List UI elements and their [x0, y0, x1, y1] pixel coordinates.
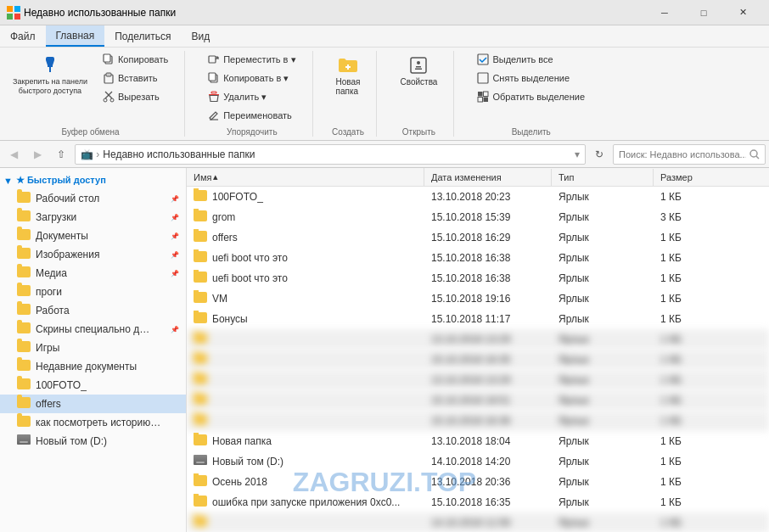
- menu-share[interactable]: Поделиться: [104, 25, 181, 47]
- file-size-cell: 1 КБ: [654, 474, 721, 490]
- file-icon: [194, 292, 207, 305]
- file-name-text: grom: [212, 211, 235, 223]
- search-box[interactable]: [613, 144, 766, 165]
- title-bar: Недавно использованные папки ─ □ ✕: [0, 0, 769, 25]
- pin-label: Закрепить на панелибыстрого доступа: [13, 77, 87, 96]
- sidebar-item-desktop[interactable]: Рабочий стол 📌: [0, 189, 186, 208]
- up-button[interactable]: ⇧: [51, 144, 71, 165]
- rename-label: Переименовать: [223, 110, 292, 120]
- file-name-cell: Новый том (D:): [187, 453, 424, 470]
- properties-button[interactable]: Свойства: [394, 51, 443, 91]
- search-input[interactable]: [619, 149, 746, 160]
- minimize-button[interactable]: ─: [645, 0, 684, 25]
- table-row[interactable]: uefi boot что это15.10.2018 16:38Ярлык1 …: [187, 248, 769, 268]
- table-row[interactable]: uefi boot что это15.10.2018 16:38Ярлык1 …: [187, 268, 769, 288]
- col-header-type[interactable]: Тип: [552, 169, 654, 186]
- file-name-text: uefi boot что это: [212, 252, 288, 264]
- copy-to-button[interactable]: Копировать в ▾: [202, 70, 295, 87]
- sidebar-item-recent-docs[interactable]: Недавние документы: [0, 357, 186, 376]
- forward-button[interactable]: ▶: [27, 144, 48, 165]
- svg-rect-13: [209, 56, 216, 63]
- table-row[interactable]: offers15.10.2018 16:29Ярлык1 КБ: [187, 227, 769, 248]
- downloads-label: Загрузки: [36, 211, 76, 223]
- pin-button[interactable]: Закрепить на панелибыстрого доступа: [7, 51, 93, 100]
- file-icon: [194, 353, 207, 367]
- file-name-text: 100FOTO_: [212, 191, 263, 203]
- sidebar-item-downloads[interactable]: Загрузки 📌: [0, 208, 186, 227]
- dropdown-arrow: ▾: [575, 148, 580, 160]
- file-name-cell: [187, 351, 424, 368]
- move-to-button[interactable]: Переместить в ▾: [202, 51, 301, 68]
- table-row[interactable]: ошибка при запуске приложения 0xc0...15.…: [187, 492, 769, 512]
- file-type-cell: Ярлык: [552, 515, 654, 530]
- invert-selection-button[interactable]: Обратить выделение: [471, 88, 591, 105]
- sidebar-header-quick-access[interactable]: ▼ ★ Быстрый доступ: [0, 171, 186, 189]
- pin-indicator-6: 📌: [171, 326, 179, 333]
- deselect-button[interactable]: Снять выделение: [471, 70, 575, 87]
- file-icon: [194, 312, 207, 326]
- table-row[interactable]: Осень 201813.10.2018 20:36Ярлык1 КБ: [187, 472, 769, 492]
- file-date-cell: 13.10.2018 20:23: [424, 189, 552, 204]
- table-row[interactable]: 15.10.2018 16:36Ярлык1 КБ: [187, 411, 769, 431]
- table-row[interactable]: grom15.10.2018 15:39Ярлык3 КБ: [187, 207, 769, 227]
- col-header-name[interactable]: Имя ▴: [187, 168, 424, 186]
- menu-file[interactable]: Файл: [0, 25, 46, 47]
- file-icon: [194, 272, 207, 285]
- back-button[interactable]: ◀: [3, 144, 24, 165]
- ribbon-buttons-clipboard: Закрепить на панелибыстрого доступа Копи…: [7, 51, 174, 124]
- copy-label: Копировать: [118, 54, 168, 64]
- menu-view[interactable]: Вид: [181, 25, 220, 47]
- ribbon-buttons-new: Новаяпапка: [330, 51, 367, 124]
- sidebar-item-drive-d[interactable]: Новый том (D:): [0, 432, 186, 451]
- maximize-button[interactable]: □: [684, 0, 723, 25]
- sidebar-item-work[interactable]: Работа: [0, 301, 186, 320]
- close-button[interactable]: ✕: [723, 0, 762, 25]
- ribbon-group-new: Новаяпапка Создать: [330, 51, 378, 137]
- address-path[interactable]: 📺 › Недавно использованные папки ▾: [75, 144, 586, 165]
- sidebar-item-screens[interactable]: Скрины специально для ... 📌: [0, 320, 186, 339]
- refresh-button[interactable]: ↻: [589, 144, 609, 165]
- file-type-cell: Ярлык: [552, 372, 654, 388]
- pin-indicator-2: 📌: [171, 214, 179, 221]
- new-folder-button[interactable]: Новаяпапка: [330, 51, 367, 100]
- sidebar-item-history[interactable]: как посмотреть историю на: [0, 413, 186, 432]
- sidebar-item-progi[interactable]: проги: [0, 283, 186, 301]
- col-header-size[interactable]: Размер: [654, 169, 721, 186]
- file-date-cell: 15.10.2018 15:39: [424, 210, 552, 225]
- table-row[interactable]: 15.10.2018 19:51Ярлык1 КБ: [187, 390, 769, 411]
- menu-home[interactable]: Главная: [46, 25, 105, 47]
- file-icon: [194, 231, 207, 244]
- delete-button[interactable]: Удалить ▾: [202, 88, 272, 105]
- col-header-date[interactable]: Дата изменения: [424, 169, 552, 186]
- table-row[interactable]: Бонусы15.10.2018 11:17Ярлык1 КБ: [187, 309, 769, 329]
- pin-indicator-4: 📌: [171, 251, 179, 259]
- table-row[interactable]: VM15.10.2018 19:16Ярлык1 КБ: [187, 288, 769, 309]
- ribbon-group-select: Выделить все Снять выделение Обратить вы…: [471, 51, 601, 137]
- sidebar-item-games[interactable]: Игры: [0, 339, 186, 357]
- paste-button[interactable]: Вставить: [97, 70, 174, 87]
- file-date-cell: 14.10.2018 11:56: [424, 515, 552, 530]
- svg-rect-29: [478, 98, 483, 103]
- table-row[interactable]: 13.10.2018 13:29Ярлык1 КБ: [187, 329, 769, 350]
- file-type-cell: Ярлык: [552, 413, 654, 428]
- sidebar-quick-access: ▼ ★ Быстрый доступ Рабочий стол 📌 Загруз…: [0, 168, 186, 454]
- copy-button[interactable]: Копировать: [97, 51, 174, 68]
- file-icon: [194, 496, 207, 509]
- file-name-text: Осень 2018: [212, 476, 267, 488]
- sidebar-item-100foto[interactable]: 100FOTO_: [0, 376, 186, 395]
- table-row[interactable]: 14.10.2018 11:56Ярлык1 КБ: [187, 512, 769, 532]
- rename-button[interactable]: Переименовать: [202, 107, 298, 124]
- col-size-label: Размер: [660, 172, 693, 182]
- sidebar-item-images[interactable]: Изображения 📌: [0, 245, 186, 264]
- table-row[interactable]: 13.10.2018 13:29Ярлык1 КБ: [187, 370, 769, 390]
- table-row[interactable]: 100FOTO_13.10.2018 20:23Ярлык1 КБ: [187, 187, 769, 207]
- table-row[interactable]: Новая папка13.10.2018 18:04Ярлык1 КБ: [187, 431, 769, 451]
- select-all-button[interactable]: Выделить все: [471, 51, 559, 68]
- cut-button[interactable]: Вырезать: [97, 88, 174, 105]
- table-row[interactable]: Новый том (D:)14.10.2018 14:20Ярлык1 КБ: [187, 451, 769, 472]
- sidebar-item-media[interactable]: Медиа 📌: [0, 264, 186, 283]
- sidebar-item-documents[interactable]: Документы 📌: [0, 227, 186, 245]
- table-row[interactable]: 15.10.2018 16:35Ярлык1 КБ: [187, 350, 769, 370]
- file-icon: [194, 190, 207, 204]
- sidebar-item-offers[interactable]: offers: [0, 395, 186, 413]
